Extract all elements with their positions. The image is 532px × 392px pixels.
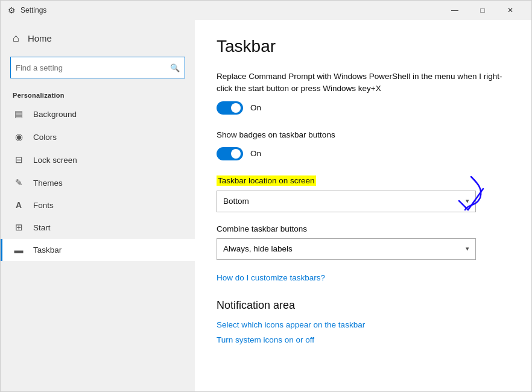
settings-app-icon: ⚙ xyxy=(8,5,16,15)
title-bar-left: ⚙ Settings xyxy=(8,5,46,15)
sidebar-label-lock-screen: Lock screen xyxy=(33,156,77,165)
sidebar-nav: ▤ Background ◉ Colors ⊟ Lock screen ✎ Th… xyxy=(1,103,195,261)
system-icons-link[interactable]: Turn system icons on or off xyxy=(217,335,510,344)
sidebar-item-fonts[interactable]: A Fonts xyxy=(1,194,195,216)
badges-toggle-row: On xyxy=(217,147,510,160)
powershell-setting-row: Replace Command Prompt with Windows Powe… xyxy=(217,71,510,115)
sidebar-item-start[interactable]: ⊞ Start xyxy=(1,216,195,239)
customize-taskbars-link[interactable]: How do I customize taskbars? xyxy=(217,273,325,282)
sidebar-label-background: Background xyxy=(33,110,77,119)
badges-toggle-text: On xyxy=(250,149,261,158)
main-content: Taskbar Replace Command Prompt with Wind… xyxy=(195,20,531,391)
themes-icon: ✎ xyxy=(13,177,25,188)
select-icons-link[interactable]: Select which icons appear on the taskbar xyxy=(217,320,510,329)
home-icon: ⌂ xyxy=(13,32,19,45)
page-title: Taskbar xyxy=(217,37,510,56)
sidebar-item-colors[interactable]: ◉ Colors xyxy=(1,125,195,148)
powershell-toggle[interactable] xyxy=(217,101,243,115)
combine-label: Combine taskbar buttons xyxy=(217,224,510,233)
fonts-icon: A xyxy=(13,200,25,210)
lock-screen-icon: ⊟ xyxy=(13,154,25,165)
sidebar-item-themes[interactable]: ✎ Themes xyxy=(1,171,195,194)
maximize-button[interactable]: □ xyxy=(469,1,496,20)
search-box[interactable]: 🔍 xyxy=(10,57,185,78)
notification-heading: Notification area xyxy=(217,299,510,312)
sidebar-label-fonts: Fonts xyxy=(33,201,54,210)
close-button[interactable]: ✕ xyxy=(496,1,524,20)
taskbar-icon: ▬ xyxy=(13,245,25,255)
title-bar-controls: — □ ✕ xyxy=(441,1,524,20)
background-icon: ▤ xyxy=(13,109,25,119)
location-label: Taskbar location on screen xyxy=(217,175,316,186)
window-title: Settings xyxy=(21,6,46,14)
sidebar-label-colors: Colors xyxy=(33,133,57,142)
minimize-button[interactable]: — xyxy=(441,1,469,20)
search-icon-button[interactable]: 🔍 xyxy=(170,63,180,72)
sidebar-item-taskbar[interactable]: ▬ Taskbar xyxy=(1,239,195,261)
powershell-toggle-row: On xyxy=(217,101,510,115)
settings-window: ⚙ Settings — □ ✕ ⌂ Home 🔍 Personalizatio… xyxy=(0,0,532,392)
title-bar: ⚙ Settings — □ ✕ xyxy=(1,1,531,20)
app-body: ⌂ Home 🔍 Personalization ▤ Background ◉ … xyxy=(1,20,531,391)
sidebar-label-taskbar: Taskbar xyxy=(33,245,62,254)
sidebar-item-lock-screen[interactable]: ⊟ Lock screen xyxy=(1,148,195,171)
search-input[interactable] xyxy=(16,63,170,72)
sidebar-section-title: Personalization xyxy=(1,88,195,103)
start-icon: ⊞ xyxy=(13,222,25,233)
sidebar-label-start: Start xyxy=(33,223,51,232)
sidebar-home-button[interactable]: ⌂ Home xyxy=(1,20,195,54)
combine-dropdown-arrow: ▾ xyxy=(466,245,469,253)
badges-setting-row: Show badges on taskbar buttons On xyxy=(217,129,510,160)
location-dropdown[interactable]: Bottom ▾ xyxy=(217,191,476,212)
home-label: Home xyxy=(28,33,52,43)
combine-setting-row: Combine taskbar buttons Always, hide lab… xyxy=(217,224,510,260)
location-dropdown-arrow: ▾ xyxy=(466,197,469,205)
badges-label: Show badges on taskbar buttons xyxy=(217,129,510,141)
badges-toggle[interactable] xyxy=(217,147,243,160)
notification-section: Notification area Select which icons app… xyxy=(217,299,510,344)
sidebar-item-background[interactable]: ▤ Background xyxy=(1,103,195,125)
sidebar: ⌂ Home 🔍 Personalization ▤ Background ◉ … xyxy=(1,20,195,391)
sidebar-label-themes: Themes xyxy=(33,179,63,188)
powershell-label: Replace Command Prompt with Windows Powe… xyxy=(217,71,510,95)
powershell-toggle-text: On xyxy=(250,103,261,112)
combine-dropdown[interactable]: Always, hide labels ▾ xyxy=(217,238,476,260)
location-setting-row: Taskbar location on screen Bottom ▾ xyxy=(217,175,510,212)
location-value: Bottom xyxy=(223,197,249,206)
colors-icon: ◉ xyxy=(13,131,25,142)
combine-value: Always, hide labels xyxy=(223,244,293,253)
